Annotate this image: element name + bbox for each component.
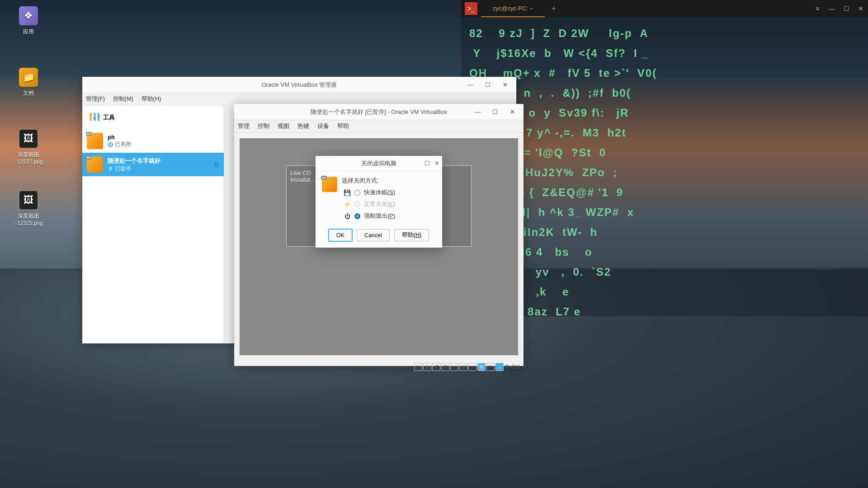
image-icon: 🖼: [19, 129, 38, 148]
cancel-button[interactable]: Cancel: [357, 229, 390, 241]
dialog-title: 关闭虚拟电脑: [361, 160, 396, 168]
option-icon: 💾: [344, 189, 351, 196]
shutdown-option-1: ⚡ 正常关闭(E): [344, 200, 436, 208]
menu-manage[interactable]: 管理(F): [86, 95, 105, 103]
desktop-icon-label: 应用: [8, 28, 49, 36]
menu-control[interactable]: 控制(M): [113, 95, 133, 103]
minimize-icon[interactable]: —: [825, 5, 839, 12]
menu-item[interactable]: 帮助: [337, 122, 349, 130]
shutdown-dialog[interactable]: 关闭虚拟电脑 ☐ ✕ 选择关闭方式: 💾 快速休眠(S)⚡ 正常关闭(E)⏻ 强…: [316, 156, 442, 248]
terminal-app-icon: >_: [465, 2, 477, 15]
vm-icon: [87, 133, 103, 149]
dialog-prompt: 选择关闭方式:: [342, 177, 436, 185]
maximize-icon[interactable]: ☐: [479, 81, 496, 88]
close-icon[interactable]: ✕: [496, 81, 514, 88]
help-button[interactable]: 帮助(H): [394, 229, 429, 241]
keyboard-icon: ↓: [495, 363, 504, 371]
shutdown-option-0[interactable]: 💾 快速休眠(S): [344, 188, 436, 197]
cd-icon: ◉: [423, 363, 431, 371]
network-icon: ⇵: [432, 363, 440, 371]
vm-menubar[interactable]: 管理 控制 视图 热键 设备 帮助: [234, 120, 524, 133]
vm-icon: [87, 156, 103, 173]
mouse-icon: ✎: [486, 363, 495, 371]
option-label: 快速休眠(S): [364, 188, 395, 197]
vm-name: ph: [108, 134, 131, 141]
vm-statusbar: ◔ ◉ ⇵ Ψ ▭ ▣ ♪ V ✎ ↓ 右 Ctrl: [234, 361, 524, 373]
option-radio[interactable]: [354, 190, 360, 196]
maximize-icon[interactable]: ☐: [839, 5, 854, 12]
vm-state: 已暂停: [115, 165, 131, 173]
svg-point-4: [94, 117, 96, 120]
sidebar-vm-random[interactable]: 随便起一个名字就好 ⏸已暂停 ☰: [82, 153, 224, 176]
menu-item[interactable]: 设备: [317, 122, 329, 130]
desktop-icon-docs[interactable]: 📁 文档: [8, 68, 49, 97]
desktop-icon-label: 深度截图 ··12237.png: [8, 151, 49, 165]
apps-icon: ❖: [19, 6, 38, 25]
minimize-icon[interactable]: —: [469, 108, 486, 115]
desktop-icon-screenshot2[interactable]: 🖼 深度截图 ··12325.png: [8, 191, 49, 226]
desktop-icon-screenshot1[interactable]: 🖼 深度截图 ··12237.png: [8, 129, 49, 165]
option-radio: [354, 202, 360, 207]
new-tab-button[interactable]: +: [551, 4, 556, 14]
usb-icon: Ψ: [441, 363, 449, 371]
sidebar-vm-ph[interactable]: ph ⏻已关闭: [82, 129, 224, 153]
option-label: 正常关闭(E): [364, 200, 395, 208]
hamburger-icon[interactable]: ≡: [810, 5, 825, 12]
sidebar-tools[interactable]: 工具: [82, 106, 224, 129]
shutdown-option-2[interactable]: ⏻ 强制退出(P): [344, 212, 436, 220]
menu-help[interactable]: 帮助(H): [142, 95, 161, 103]
svg-point-5: [97, 115, 100, 118]
sidebar-tools-label: 工具: [103, 113, 115, 122]
vm-name: 随便起一个名字就好: [108, 157, 160, 165]
menu-item[interactable]: 热键: [297, 122, 309, 130]
terminal-titlebar[interactable]: >_ zyc@zyc-PC: ~ + ≡ — ☐ ✕: [461, 0, 868, 17]
option-radio[interactable]: [354, 213, 360, 219]
menu-item[interactable]: 视图: [278, 122, 289, 130]
vm-icon: [322, 177, 337, 192]
display-icon: ▣: [459, 363, 467, 371]
desktop-icon-apps[interactable]: ❖ 应用: [8, 6, 49, 36]
menu-item[interactable]: 控制: [258, 122, 269, 130]
terminal-tab[interactable]: zyc@zyc-PC: ~: [481, 0, 545, 17]
vb-sidebar[interactable]: 工具 ph ⏻已关闭 随便起一个名字就好 ⏸已暂停 ☰: [82, 106, 224, 343]
vb-titlebar[interactable]: Oracle VM VirtualBox 管理器 — ☐ ✕: [82, 77, 516, 93]
dialog-titlebar[interactable]: 关闭虚拟电脑 ☐ ✕: [316, 156, 442, 171]
vm-state: 已关闭: [115, 141, 131, 148]
ok-button[interactable]: OK: [329, 229, 352, 241]
window-title: Oracle VM VirtualBox 管理器: [262, 81, 337, 89]
folder-icon: 📁: [19, 68, 38, 87]
svg-point-3: [90, 114, 92, 117]
close-icon[interactable]: ✕: [854, 5, 868, 12]
close-icon[interactable]: ✕: [504, 108, 521, 115]
audio-icon: ♪: [468, 363, 476, 371]
vm-titlebar[interactable]: 随便起一个名字就好 [已暂停] - Oracle VM VirtualBox —…: [234, 104, 524, 120]
window-title: 随便起一个名字就好 [已暂停] - Oracle VM VirtualBox: [311, 108, 447, 116]
close-icon[interactable]: ✕: [434, 160, 439, 167]
desktop-icon-label: 深度截图 ··12325.png: [8, 212, 49, 226]
shared-folder-icon: ▭: [450, 363, 458, 371]
menu-item[interactable]: 管理: [238, 122, 250, 130]
record-icon: V: [477, 363, 486, 371]
minimize-icon[interactable]: —: [462, 81, 479, 88]
maximize-icon[interactable]: ☐: [425, 160, 430, 167]
host-key-label: 右 Ctrl: [505, 363, 520, 371]
option-icon: ⚡: [344, 201, 351, 208]
desktop-icon-label: 文档: [8, 89, 49, 97]
details-icon[interactable]: ☰: [214, 161, 219, 168]
option-icon: ⏻: [344, 213, 351, 220]
image-icon: 🖼: [19, 191, 38, 210]
maximize-icon[interactable]: ☐: [486, 108, 504, 115]
option-label: 强制退出(P): [364, 212, 395, 220]
tools-icon: [87, 109, 103, 126]
pause-icon: ⏸: [108, 165, 113, 172]
hdd-icon: ◔: [414, 363, 422, 371]
power-icon: ⏻: [108, 141, 113, 148]
